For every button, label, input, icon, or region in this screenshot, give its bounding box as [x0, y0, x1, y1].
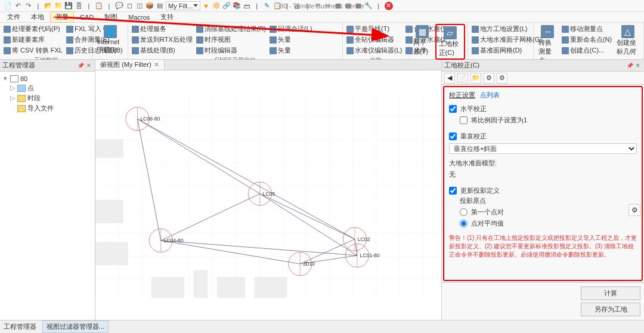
cube-icon[interactable]: ◫ — [135, 2, 144, 10]
update-proj-checkbox[interactable] — [449, 187, 457, 195]
plan-view-tab[interactable]: 俯视图 (My Filter)✕ — [95, 60, 165, 70]
tree-points[interactable]: ▷点 — [2, 83, 92, 93]
redo-icon[interactable]: ↷ — [24, 2, 32, 10]
close-panel-icon[interactable]: ✕ — [85, 62, 92, 69]
doc-icon[interactable]: 📄 — [457, 73, 468, 84]
create-cogo-button[interactable]: △创建坐标几何 — [614, 24, 641, 57]
vector-button[interactable]: 矢量 — [268, 35, 313, 45]
menu-survey[interactable]: 测量 — [50, 11, 74, 23]
geoid-settings-button[interactable]: ⚙ — [628, 204, 640, 216]
tree-sessions[interactable]: ▷时段 — [2, 93, 92, 103]
vert-calib-checkbox[interactable] — [449, 132, 457, 140]
db-icon[interactable]: 🗃 — [243, 2, 251, 10]
move-points-button[interactable]: 移动测量点 — [561, 24, 613, 34]
pen-icon[interactable]: ✎ — [263, 2, 271, 10]
new-feature-lib-button[interactable]: 新建要素库 — [2, 35, 64, 45]
vector2-button[interactable]: 矢量 — [268, 45, 313, 56]
baseline-process-button[interactable]: 基线处理(B) — [131, 45, 194, 56]
menu-file[interactable]: 文件 — [2, 12, 25, 22]
folder-icon[interactable]: 📁 — [470, 73, 481, 84]
avg-pair-radio[interactable] — [460, 220, 467, 227]
bulb-icon[interactable]: 🔆 — [212, 2, 221, 10]
level-editor-button[interactable]: 水准仪编辑器(L) — [345, 45, 403, 56]
close-panel-icon[interactable]: ✕ — [634, 62, 642, 69]
plan-view[interactable]: 俯视图 (My Filter)✕ LC06-80LC05LC04-80JD10L… — [95, 60, 441, 320]
tree-imports[interactable]: 导入文件 — [2, 103, 92, 113]
svg-rect-7 — [217, 277, 245, 298]
vert-method-select[interactable]: 垂直位移+斜面 — [449, 143, 637, 154]
horiz-calib-label: 水平校正 — [460, 104, 487, 113]
scale-factor-checkbox[interactable] — [460, 116, 467, 124]
pin-icon[interactable]: 📌 — [77, 62, 84, 69]
open2-icon[interactable]: 📁 — [54, 2, 63, 10]
filter-combo[interactable]: My Filt... — [166, 1, 200, 10]
pin-icon[interactable]: 📌 — [626, 62, 633, 69]
cogo-icon: △ — [621, 25, 634, 38]
site-calib-icon: ▱ — [444, 26, 457, 39]
tab-calib-settings[interactable]: 校正设置 — [449, 91, 475, 100]
local-site-settings-button[interactable]: 地方工地设置(L) — [470, 24, 543, 34]
clear-baseline-button[interactable]: 清除基线处理结果(R) — [195, 24, 267, 34]
link-icon[interactable]: 🔗 — [222, 2, 231, 10]
close-icon[interactable]: ✕ — [385, 2, 393, 10]
menu-cad[interactable]: CAD — [75, 13, 98, 21]
save-icon[interactable]: 💾 — [64, 2, 73, 10]
tools-icon[interactable]: 🔧 — [364, 2, 373, 10]
internet-download-button[interactable]: 🌐Internet下载(I) — [95, 24, 125, 56]
stack-icon[interactable]: 📚 — [233, 2, 241, 10]
save-stack-icon[interactable]: 🗄 — [75, 2, 83, 10]
site-calibration-button[interactable]: ▱工地校正(C) — [435, 24, 465, 60]
svg-rect-8 — [254, 277, 287, 298]
network-adjust-button[interactable]: ▦网平差(T) — [411, 24, 434, 57]
imports-icon — [17, 105, 26, 112]
project-manager-title: 工程管理器 — [2, 61, 35, 70]
msg-icon[interactable]: 💬 — [115, 2, 123, 10]
print-icon[interactable]: 📋 — [95, 2, 103, 10]
undo-icon[interactable]: ↶ — [14, 2, 22, 10]
datum-grid-button[interactable]: 基准面网格(D) — [470, 45, 543, 56]
rename-points-button[interactable]: 重新命名点(N) — [561, 35, 613, 45]
prev-icon[interactable]: ◀ — [444, 73, 455, 84]
tree-root[interactable]: ▾80 — [2, 74, 92, 83]
svg-rect-6 — [194, 270, 208, 298]
svg-rect-5 — [151, 277, 184, 298]
menu-macros[interactable]: Macros — [123, 13, 154, 21]
project-tree: ▾80 ▷点 ▷时段 导入文件 — [0, 72, 95, 116]
statusbar-view-filter[interactable]: 视图过滤器管理器... — [42, 320, 109, 333]
pkg-icon[interactable]: 📦 — [145, 2, 154, 10]
warning-text: 警告！(1) 只有在工地上指定投影定义或把投影定义导入工程之后，才更新投影定义。… — [449, 234, 637, 259]
menu-support[interactable]: 支持 — [156, 12, 178, 22]
title-bar: 📄 ↶ ↷ | 📂 📁 💾 🗄 | 📋 | 💬 ◻ ◫ 📦 ▤ My Filt.… — [0, 0, 644, 12]
menu-local[interactable]: 本地 — [26, 12, 49, 22]
process-feature-codes-button[interactable]: 处理要素代码(P) — [2, 24, 64, 34]
net-adjust-icon: ▦ — [416, 25, 429, 38]
process-service-button[interactable]: 处理服务 — [131, 24, 194, 34]
create-points-button[interactable]: 创建点(C)... — [561, 45, 613, 56]
calculate-button[interactable]: 计算 — [581, 286, 640, 300]
save-as-site-button[interactable]: 另存为工地 — [581, 303, 640, 316]
open-icon[interactable]: 📂 — [44, 2, 52, 10]
totalstation-editor-button[interactable]: 全站仪编辑器 — [345, 35, 403, 45]
horiz-calib-checkbox[interactable] — [449, 105, 457, 113]
tab-point-list[interactable]: 点列表 — [480, 91, 500, 100]
gear2-icon[interactable]: ⚙ — [497, 73, 507, 84]
menu-drafting[interactable]: 制图 — [100, 12, 122, 22]
close-tab-icon[interactable]: ✕ — [154, 61, 159, 69]
point-label: JD10 — [303, 261, 315, 267]
new-icon[interactable]: 📄 — [4, 2, 12, 10]
adjust-traverse-button[interactable]: 平差导线(T) — [345, 24, 403, 34]
sep-icon: | — [105, 2, 113, 10]
first-pair-radio[interactable] — [460, 208, 467, 216]
csv-to-fxl-button[interactable]: 将 CSV 转换 FXL — [2, 45, 64, 56]
box-icon[interactable]: ◻ — [125, 2, 134, 10]
layers-icon[interactable]: ▤ — [156, 2, 164, 10]
scale-factor-label: 将比例因子设置为1 — [471, 116, 527, 125]
callback-session-button[interactable]: 回调会话(L) — [268, 24, 313, 34]
geoid-subgrid-button[interactable]: 大地水准面子网格(G) — [470, 35, 543, 45]
send-rtx-button[interactable]: 发送到RTX后处理 — [131, 35, 194, 45]
statusbar-project-manager[interactable]: 工程管理器 — [4, 322, 36, 331]
gear-icon[interactable]: ⚙ — [484, 73, 494, 84]
timeseries-view-button[interactable]: 时序视图 — [195, 35, 267, 45]
funnel-icon[interactable]: ▼ — [202, 2, 210, 10]
session-editor-button[interactable]: 时段编辑器 — [195, 45, 267, 56]
